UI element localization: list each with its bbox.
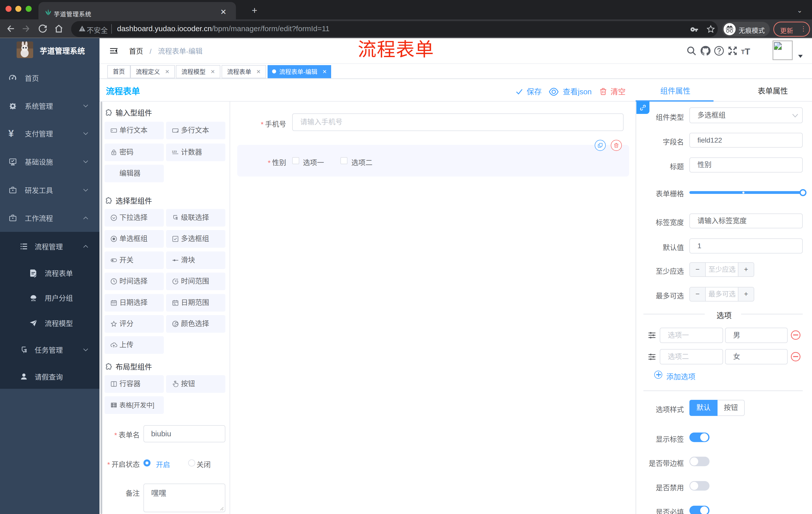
svg-text:123: 123	[172, 150, 177, 153]
svg-text:T: T	[745, 47, 750, 56]
svg-text:T: T	[741, 49, 745, 55]
